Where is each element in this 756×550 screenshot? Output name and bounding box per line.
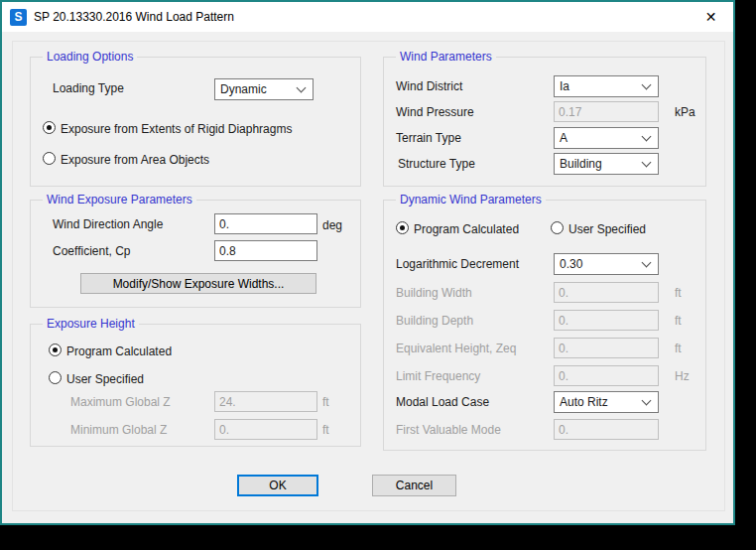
radio-height-program-calculated[interactable] [49, 344, 62, 356]
building-depth-input [554, 310, 659, 331]
limit-frequency-input [554, 365, 659, 386]
chevron-down-icon [297, 83, 307, 93]
group-title: Wind Parameters [396, 50, 496, 64]
coefficient-cp-label: Coefficient, Cp [53, 244, 131, 258]
first-valuable-mode-label: First Valuable Mode [396, 423, 501, 437]
logarithmic-decrement-value: 0.30 [555, 257, 643, 271]
group-title: Wind Exposure Parameters [43, 193, 196, 206]
radio-exposure-rigid-diaphragms[interactable] [43, 121, 56, 134]
wind-pressure-input [554, 101, 659, 122]
limit-frequency-unit: Hz [675, 369, 690, 383]
titlebar[interactable]: S SP 20.13330.2016 Wind Load Pattern ✕ [2, 2, 733, 32]
radio-exposure-area-objects[interactable] [43, 152, 56, 165]
structure-type-label: Structure Type [398, 157, 475, 171]
wind-load-pattern-dialog: S SP 20.13330.2016 Wind Load Pattern ✕ L… [0, 0, 735, 525]
radio-dynamic-program-calculated[interactable] [396, 221, 409, 234]
radio-height-user-specified[interactable] [49, 371, 62, 384]
minimum-global-z-unit: ft [322, 423, 329, 437]
wind-district-value: Ia [555, 79, 643, 93]
equivalent-height-zeq-unit: ft [675, 342, 682, 355]
modal-load-case-label: Modal Load Case [396, 395, 489, 409]
maximum-global-z-unit: ft [322, 395, 329, 409]
minimum-global-z-input [214, 419, 317, 440]
radio-exposure-rigid-diaphragms-label: Exposure from Extents of Rigid Diaphragm… [61, 122, 292, 136]
group-wind-exposure-parameters: Wind Exposure Parameters Wind Direction … [30, 200, 361, 308]
limit-frequency-label: Limit Frequency [396, 369, 480, 383]
building-depth-unit: ft [675, 314, 682, 328]
structure-type-select[interactable]: Building [554, 153, 659, 175]
first-valuable-mode-input [554, 419, 659, 440]
equivalent-height-zeq-input [554, 338, 659, 358]
chevron-down-icon [642, 80, 652, 90]
maximum-global-z-input [214, 391, 317, 412]
logarithmic-decrement-label: Logarithmic Decrement [396, 257, 519, 271]
close-icon: ✕ [705, 9, 717, 25]
app-icon: S [10, 9, 27, 26]
terrain-type-value: A [555, 131, 643, 145]
radio-dynamic-user-specified[interactable] [551, 221, 564, 234]
wind-pressure-unit: kPa [675, 105, 695, 119]
chevron-down-icon [642, 158, 652, 168]
loading-type-select[interactable]: Dynamic [214, 78, 314, 100]
window-title: SP 20.13330.2016 Wind Load Pattern [34, 10, 234, 24]
cancel-button[interactable]: Cancel [372, 475, 456, 496]
chevron-down-icon [642, 132, 652, 142]
radio-height-program-calculated-label: Program Calculated [66, 344, 172, 358]
building-width-unit: ft [675, 286, 682, 300]
wind-direction-angle-unit: deg [322, 218, 342, 232]
maximum-global-z-label: Maximum Global Z [70, 395, 171, 409]
terrain-type-select[interactable]: A [554, 127, 659, 149]
wind-district-select[interactable]: Ia [554, 75, 659, 97]
group-wind-parameters: Wind Parameters Wind District Ia Wind Pr… [383, 57, 706, 187]
group-exposure-height: Exposure Height Program Calculated User … [30, 324, 361, 447]
structure-type-value: Building [555, 157, 643, 171]
ok-button[interactable]: OK [237, 475, 318, 496]
group-title: Loading Options [43, 50, 137, 64]
group-loading-options: Loading Options Loading Type Dynamic Exp… [30, 57, 361, 187]
radio-height-user-specified-label: User Specified [66, 372, 144, 386]
chevron-down-icon [642, 396, 652, 406]
wind-direction-angle-label: Wind Direction Angle [53, 217, 163, 231]
logarithmic-decrement-select[interactable]: 0.30 [554, 253, 659, 275]
building-depth-label: Building Depth [396, 314, 473, 328]
building-width-input [554, 282, 659, 303]
minimum-global-z-label: Minimum Global Z [70, 423, 167, 437]
equivalent-height-zeq-label: Equivalent Height, Zeq [396, 342, 516, 355]
loading-type-label: Loading Type [53, 81, 124, 95]
chevron-down-icon [642, 258, 652, 268]
radio-exposure-area-objects-label: Exposure from Area Objects [61, 153, 209, 167]
modify-show-exposure-widths-button[interactable]: Modify/Show Exposure Widths... [80, 273, 316, 294]
modal-load-case-value: Auto Ritz [555, 395, 643, 409]
close-button[interactable]: ✕ [689, 2, 733, 32]
loading-type-value: Dynamic [215, 82, 298, 96]
radio-dynamic-user-specified-label: User Specified [568, 222, 646, 236]
wind-direction-angle-input[interactable] [214, 213, 317, 234]
group-title: Dynamic Wind Parameters [396, 193, 546, 206]
coefficient-cp-input[interactable] [214, 240, 317, 261]
wind-district-label: Wind District [396, 79, 462, 93]
group-dynamic-wind-parameters: Dynamic Wind Parameters Program Calculat… [383, 200, 706, 451]
modal-load-case-select[interactable]: Auto Ritz [554, 391, 659, 413]
building-width-label: Building Width [396, 286, 472, 300]
terrain-type-label: Terrain Type [396, 131, 461, 145]
group-title: Exposure Height [43, 317, 139, 331]
radio-dynamic-program-calculated-label: Program Calculated [414, 222, 519, 236]
wind-pressure-label: Wind Pressure [396, 105, 474, 119]
